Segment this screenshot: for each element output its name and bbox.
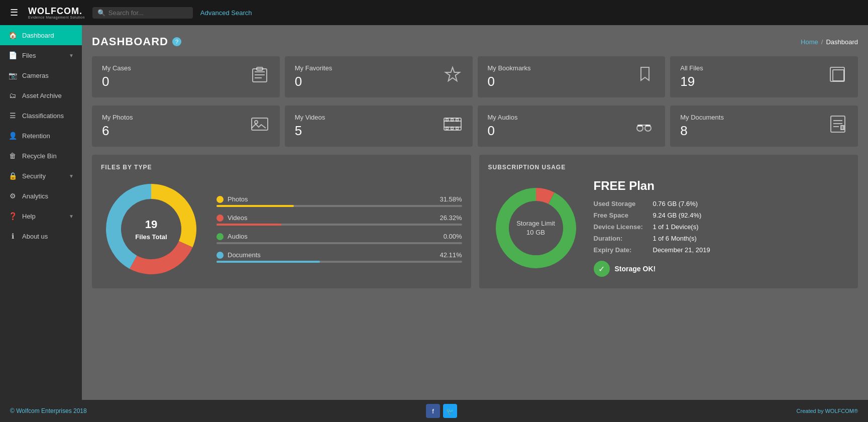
classifications-label: Classifications [22,112,74,120]
device-license-key: Device License: [594,223,649,231]
footer-right: Created by WOLFCOM® [797,408,858,414]
stat-icon [633,114,655,139]
legend-dot [216,215,224,222]
svg-rect-15 [456,119,458,121]
sidebar-item-security[interactable]: 🔒 Security ▼ [0,166,82,186]
stat-icon [250,114,270,139]
stat-icon [443,65,463,89]
subscription-donut: Storage Limit 10 GB [488,180,584,276]
hamburger-button[interactable]: ☰ [8,5,21,21]
stat-card-my-videos[interactable]: My Videos 5 [285,106,473,147]
sidebar-item-cameras[interactable]: 📷 Cameras [0,65,82,85]
advanced-search-link[interactable]: Advanced Search [200,9,252,17]
search-input[interactable] [108,9,179,17]
stat-card-my-documents[interactable]: My Documents 8 [670,106,858,147]
svg-rect-16 [446,127,448,130]
legend-dot [216,233,224,240]
sidebar-item-help[interactable]: ❓ Help ▼ [0,206,82,226]
files-donut-chart: 19 Files Total [101,179,201,279]
help-label: Help [22,213,64,220]
legend-item-audios: Audios 0.00% [216,233,462,244]
layout: 🏠 Dashboard 📄 Files ▼ 📷 Cameras 🗂 Asset … [0,25,868,400]
about-label: About us [22,233,74,240]
analytics-icon: ⚙ [8,192,17,200]
device-license-val: 1 of 1 Device(s) [653,223,699,231]
files-arrow: ▼ [69,53,74,58]
stat-value: 0 [102,74,131,89]
stat-label: My Videos [295,114,325,121]
footer-copyright: © Wolfcom Enterprises [10,407,72,414]
stat-card-my-cases[interactable]: My Cases 0 [92,56,280,97]
recycle-bin-icon: 🗑 [8,152,17,160]
stats-row-1: My Cases 0 My Favorites 0 [92,56,858,97]
stat-icon [828,114,848,139]
stat-card-my-favorites[interactable]: My Favorites 0 [285,56,473,97]
facebook-button[interactable]: f [426,404,440,418]
footer-left: © Wolfcom Enterprises 2018 [10,407,87,414]
stat-card-my-photos[interactable]: My Photos 6 [92,106,280,147]
breadcrumb-current: Dashboard [826,38,858,46]
svg-point-32 [509,201,563,255]
files-by-type-title: FILES BY TYPE [101,164,462,171]
sidebar-item-recycle-bin[interactable]: 🗑 Recycle Bin [0,146,82,166]
sidebar-item-about[interactable]: ℹ About us [0,226,82,246]
dashboard-label: Dashboard [22,32,74,39]
stat-card-my-audios[interactable]: My Audios 0 [478,106,666,147]
subscription-title: SUBSCRIPTION USAGE [488,164,849,171]
legend-item-videos: Videos 26.32% [216,214,462,226]
stat-label: All Files [680,64,703,72]
footer-year: 2018 [73,407,87,414]
about-icon: ℹ [8,232,17,240]
svg-point-30 [121,199,181,259]
breadcrumb-home[interactable]: Home [801,38,818,46]
used-storage-key: Used Storage [594,200,649,207]
stats-row-2: My Photos 6 My Videos 5 [92,106,858,147]
files-by-type-content: 19 Files Total Photos 31.58% [101,179,462,279]
svg-point-9 [255,121,258,124]
retention-label: Retention [22,132,74,140]
page-title-wrap: DASHBOARD ? [92,35,181,48]
sidebar-item-files[interactable]: 📄 Files ▼ [0,45,82,65]
free-space-row: Free Space 9.24 GB (92.4%) [594,212,849,219]
page-header: DASHBOARD ? Home / Dashboard [92,35,858,48]
help-icon: ❓ [8,212,17,220]
main-content: DASHBOARD ? Home / Dashboard My Cases 0 [82,25,868,400]
stat-label: My Favorites [295,64,332,72]
used-storage-row: Used Storage 0.76 GB (7.6%) [594,200,849,207]
sidebar-item-classifications[interactable]: ☰ Classifications [0,106,82,126]
sidebar-item-asset-archive[interactable]: 🗂 Asset Archive [0,85,82,106]
svg-rect-28 [841,126,844,130]
storage-ok-icon: ✓ [594,261,610,277]
stat-card-all-files[interactable]: All Files 19 [670,56,858,97]
twitter-button[interactable]: 🐦 [443,404,457,418]
breadcrumb-sep: / [821,38,823,46]
sidebar-item-dashboard[interactable]: 🏠 Dashboard [0,25,82,45]
files-legend: Photos 31.58% Videos 26.32% [216,195,462,263]
device-license-row: Device License: 1 of 1 Device(s) [594,223,849,231]
page-title: DASHBOARD [92,35,168,48]
expiry-row: Expiry Date: December 21, 2019 [594,246,849,254]
storage-ok-row: ✓ Storage OK! [594,261,849,277]
stat-card-my-bookmarks[interactable]: My Bookmarks 0 [478,56,666,97]
security-label: Security [22,172,64,180]
donut-svg [101,179,201,279]
svg-marker-5 [446,67,460,81]
asset-archive-icon: 🗂 [8,91,17,99]
sidebar-item-retention[interactable]: 👤 Retention [0,126,82,146]
breadcrumb: Home / Dashboard [801,38,858,46]
sidebar-item-analytics[interactable]: ⚙ Analytics [0,186,82,206]
asset-archive-label: Asset Archive [22,92,74,99]
free-space-val: 9.24 GB (92.4%) [653,212,702,219]
svg-rect-7 [833,70,844,81]
stat-label: My Documents [680,114,724,121]
duration-val: 1 of 6 Month(s) [653,235,697,242]
analytics-label: Analytics [22,192,74,200]
stat-value: 0 [488,123,518,139]
logo-main: WOLFCOM. [28,7,85,16]
svg-rect-22 [638,125,642,126]
stat-label: My Audios [488,114,518,121]
help-icon[interactable]: ? [172,37,181,46]
files-icon: 📄 [8,51,17,59]
svg-rect-17 [451,127,453,130]
stat-icon [635,65,655,89]
